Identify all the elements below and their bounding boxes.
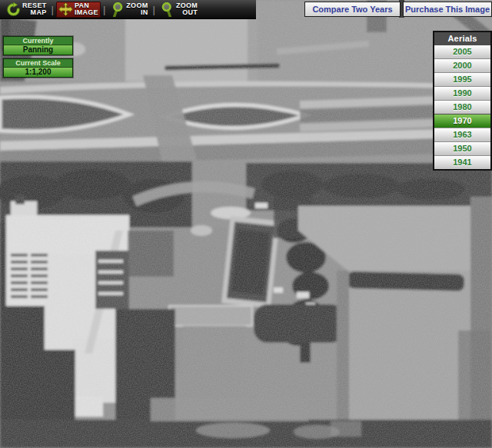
reset-map-icon <box>6 2 21 17</box>
toolbar-separator: | <box>52 4 54 15</box>
year-button-1970[interactable]: 1970 <box>434 114 490 128</box>
year-button-1963[interactable]: 1963 <box>434 128 490 141</box>
zoom-in-button[interactable]: ZOOM IN <box>108 2 150 18</box>
year-button-2005[interactable]: 2005 <box>434 45 490 58</box>
aerial-map-canvas[interactable] <box>0 0 492 448</box>
toolbar-separator: | <box>103 4 105 15</box>
zoom-out-icon <box>160 2 175 17</box>
current-mode-value: Panning <box>4 45 72 55</box>
purchase-this-image-button[interactable]: Purchase This Image <box>403 2 492 17</box>
current-scale-label: Current Scale <box>4 59 72 68</box>
year-button-1980[interactable]: 1980 <box>434 100 490 114</box>
current-scale-value: 1:1,200 <box>4 68 72 77</box>
map-toolbar: RESET MAP | PAN IMAGE | <box>0 0 256 19</box>
pan-image-label: PAN IMAGE <box>75 2 98 16</box>
film-grain-overlay <box>0 0 492 448</box>
current-mode-label: Currently <box>4 37 72 45</box>
aerials-year-panel: Aerials 2005 2000 1995 1990 1980 1970 19… <box>433 31 492 171</box>
year-button-1941[interactable]: 1941 <box>434 155 490 169</box>
year-button-1995[interactable]: 1995 <box>434 72 490 86</box>
reset-map-button[interactable]: RESET MAP <box>4 2 49 18</box>
compare-two-years-button[interactable]: Compare Two Years <box>304 2 401 17</box>
zoom-in-icon <box>110 2 125 17</box>
reset-map-label: RESET MAP <box>22 2 47 16</box>
zoom-in-label: ZOOM IN <box>126 2 148 16</box>
toolbar-separator: | <box>153 4 155 15</box>
zoom-out-label: ZOOM OUT <box>176 2 198 16</box>
year-button-1990[interactable]: 1990 <box>434 86 490 100</box>
current-mode-indicator: Currently Panning <box>3 36 73 55</box>
current-scale-indicator: Current Scale 1:1,200 <box>3 58 73 78</box>
year-button-2000[interactable]: 2000 <box>434 58 490 72</box>
historic-aerials-viewer: RESET MAP | PAN IMAGE | <box>0 0 492 448</box>
pan-image-button[interactable]: PAN IMAGE <box>56 2 101 18</box>
aerials-panel-header: Aerials <box>434 32 490 45</box>
pan-image-icon <box>58 2 73 17</box>
year-button-1950[interactable]: 1950 <box>434 141 490 155</box>
zoom-out-button[interactable]: ZOOM OUT <box>158 2 200 18</box>
